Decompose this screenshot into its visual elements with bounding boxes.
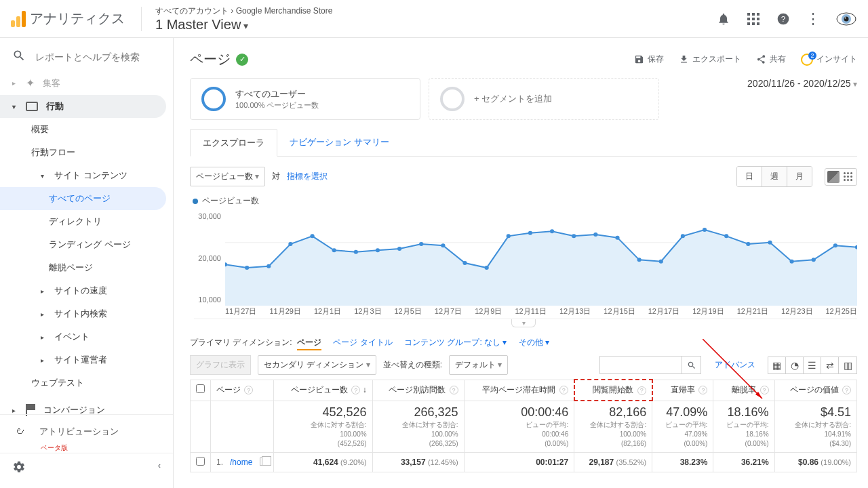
admin-gear-icon[interactable] <box>12 460 26 476</box>
choose-metric-link[interactable]: 指標を選択 <box>287 171 328 182</box>
time-month[interactable]: 月 <box>787 167 812 186</box>
time-week[interactable]: 週 <box>762 167 787 186</box>
svg-point-22 <box>310 234 314 238</box>
nav-acquisition[interactable]: ▸✦集客 <box>0 71 173 95</box>
metric-dropdown[interactable]: ページビュー数 <box>190 167 265 186</box>
nav-all-pages[interactable]: すべてのページ <box>0 187 166 210</box>
insight-icon <box>801 54 813 66</box>
tab-explorer[interactable]: エクスプローラ <box>190 129 277 157</box>
svg-point-41 <box>724 234 728 238</box>
behavior-icon <box>26 102 38 111</box>
col-page-value[interactable]: ページの価値 ? <box>774 380 856 401</box>
page-title: ページ <box>190 50 231 68</box>
apps-icon[interactable] <box>746 12 761 26</box>
svg-rect-1 <box>752 13 755 16</box>
col-entrances[interactable]: 閲覧開始数 ? <box>574 380 652 401</box>
prim-dim-other[interactable]: その他 ▾ <box>519 338 549 347</box>
more-vert-icon[interactable]: ⋮ <box>806 12 821 26</box>
beta-label: ベータ版 <box>0 443 173 453</box>
nav-behavior-flow[interactable]: 行動フロー <box>0 141 173 164</box>
nav-publisher[interactable]: ▸サイト運営者 <box>0 348 173 371</box>
chart-area-icon[interactable] <box>827 171 840 183</box>
col-page[interactable]: ページ ? <box>211 380 274 401</box>
brand-name: アナリティクス <box>30 9 125 28</box>
date-range-picker[interactable]: 2020/11/26 - 2020/12/25 <box>747 78 857 89</box>
search-input[interactable] <box>35 52 151 62</box>
svg-point-14 <box>845 18 846 19</box>
help-icon[interactable]: ? <box>776 12 791 26</box>
chart-motion-icon[interactable] <box>842 171 854 183</box>
verified-icon: ✓ <box>236 54 248 66</box>
bar-view-icon[interactable]: ☰ <box>804 357 821 373</box>
svg-point-43 <box>768 241 772 245</box>
nav-events[interactable]: ▸イベント <box>0 325 173 348</box>
svg-rect-6 <box>747 22 750 25</box>
svg-point-39 <box>681 234 685 238</box>
search-icon[interactable] <box>12 49 26 64</box>
account-avatar[interactable] <box>835 7 857 30</box>
table-search-input[interactable] <box>600 357 682 373</box>
svg-point-21 <box>288 242 292 246</box>
select-all-checkbox[interactable] <box>196 384 205 393</box>
save-button[interactable]: 保存 <box>634 54 664 65</box>
nav-behavior[interactable]: ▾行動 <box>0 95 166 118</box>
nav-landing-pages[interactable]: ランディング ページ <box>0 233 173 256</box>
export-button[interactable]: エクスポート <box>679 54 741 65</box>
breadcrumb[interactable]: すべてのアカウント › Google Merchandise Store <box>155 5 332 17</box>
legend-dot <box>193 199 198 204</box>
nav-site-content[interactable]: ▾サイト コンテンツ <box>0 164 173 187</box>
svg-text:?: ? <box>781 14 786 23</box>
view-selector[interactable]: 1 Master View <box>155 17 332 33</box>
svg-point-27 <box>419 242 423 246</box>
chart-area: 30,00020,00010,000 11月27日11月29日12月1日12月3… <box>194 211 857 319</box>
svg-point-33 <box>550 229 554 233</box>
svg-point-37 <box>637 258 642 262</box>
ga-logo[interactable]: アナリティクス <box>11 7 142 31</box>
secondary-dim-dropdown[interactable]: セカンダリ ディメンション <box>258 355 376 375</box>
row-checkbox[interactable] <box>196 457 205 466</box>
col-exit-rate[interactable]: 離脱率 ? <box>713 380 774 401</box>
prim-dim-content-group[interactable]: コンテンツ グループ: なし ▾ <box>404 338 507 347</box>
svg-point-13 <box>844 17 849 22</box>
time-day[interactable]: 日 <box>737 167 762 186</box>
tab-nav-summary[interactable]: ナビゲーション サマリー <box>277 129 401 156</box>
svg-point-31 <box>507 234 511 238</box>
pie-view-icon[interactable]: ◔ <box>786 357 804 373</box>
prim-dim-page-title[interactable]: ページ タイトル <box>333 338 392 347</box>
segment-all-users[interactable]: すべてのユーザー100.00% ページビュー数 <box>190 78 420 120</box>
col-unique-pageviews[interactable]: ページ別訪問数 ? <box>372 380 464 401</box>
summary-row: 452,526全体に対する割合:100.00%(452,526) 266,325… <box>191 401 857 453</box>
compare-view-icon[interactable]: ⇄ <box>821 357 839 373</box>
segment-add[interactable]: + セグメントを追加 <box>429 78 659 120</box>
nav-webtest[interactable]: ウェブテスト <box>0 371 173 394</box>
svg-point-25 <box>376 248 380 252</box>
chart-expand-handle[interactable]: ▾ <box>511 319 536 327</box>
nav-overview[interactable]: 概要 <box>0 118 173 141</box>
nav-site-speed[interactable]: ▸サイトの速度 <box>0 279 173 302</box>
advanced-link[interactable]: アドバンス <box>715 359 755 371</box>
bell-icon[interactable] <box>716 12 731 26</box>
svg-rect-7 <box>752 22 755 25</box>
svg-point-44 <box>789 260 793 264</box>
row-page-link[interactable]: /home <box>230 458 252 467</box>
search-icon[interactable] <box>682 357 701 373</box>
nav-content-drilldown[interactable]: ディレクトリ <box>0 210 173 233</box>
insight-button[interactable]: インサイト <box>801 54 857 66</box>
collapse-icon[interactable]: ‹ <box>158 460 161 476</box>
nav-attribution[interactable]: ౿アトリビューション <box>0 420 173 443</box>
table-row[interactable]: 1./home 41,624 (9.20%) 33,157 (12.45%) 0… <box>191 453 857 472</box>
share-button[interactable]: 共有 <box>756 54 786 65</box>
sort-type-dropdown[interactable]: デフォルト <box>449 355 508 375</box>
col-bounce-rate[interactable]: 直帰率 ? <box>652 380 713 401</box>
svg-point-30 <box>485 266 489 270</box>
svg-point-26 <box>397 247 401 251</box>
table-view-icon[interactable]: ▦ <box>768 357 786 373</box>
pivot-view-icon[interactable]: ▥ <box>839 357 856 373</box>
col-pageviews[interactable]: ページビュー数 ? ↓ <box>274 380 373 401</box>
prim-dim-page[interactable]: ページ <box>297 338 321 350</box>
nav-exit-pages[interactable]: 離脱ページ <box>0 256 173 279</box>
plot-rows-button[interactable]: グラフに表示 <box>190 355 251 375</box>
open-icon[interactable] <box>260 458 268 466</box>
col-avg-time[interactable]: 平均ページ滞在時間 ? <box>464 380 574 401</box>
nav-site-search[interactable]: ▸サイト内検索 <box>0 302 173 325</box>
